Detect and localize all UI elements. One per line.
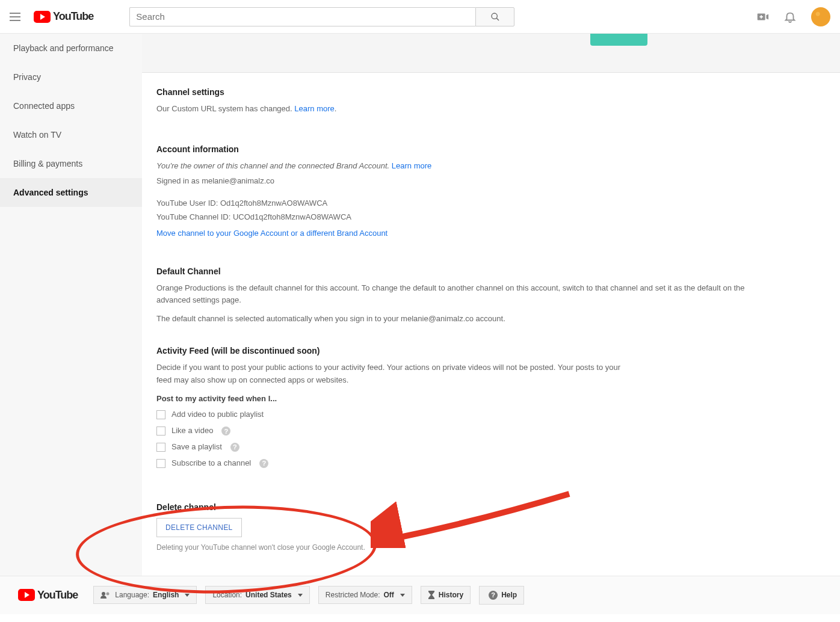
header-actions bbox=[756, 7, 830, 26]
default-channel-p1: Orange Productions is the default channe… bbox=[156, 282, 746, 307]
content: Channel settings Our Custom URL system h… bbox=[142, 34, 840, 576]
sidebar-item-label: Watch on TV bbox=[13, 130, 61, 140]
section-title-activity-feed: Activity Feed (will be discontinued soon… bbox=[156, 346, 826, 356]
help-icon[interactable]: ? bbox=[259, 459, 268, 468]
account-owner-text: You're the owner of this channel and the… bbox=[156, 160, 826, 173]
body: Playback and performance Privacy Connect… bbox=[0, 34, 840, 576]
section-title-delete-channel: Delete channel bbox=[156, 502, 826, 512]
help-icon[interactable]: ? bbox=[230, 443, 239, 452]
activity-feed-desc: Decide if you want to post your public a… bbox=[156, 362, 626, 387]
sidebar-item-advanced-settings[interactable]: Advanced settings bbox=[0, 178, 142, 207]
header: YouTube bbox=[0, 0, 840, 34]
checkbox-label: Add video to public playlist bbox=[171, 408, 264, 421]
logo-text: YouTube bbox=[37, 589, 78, 602]
default-channel-p2: The default channel is selected automati… bbox=[156, 313, 826, 325]
youtube-user-id: YouTube User ID: Od1q2ftoh8MznwAO8WAWCA bbox=[156, 199, 826, 208]
section-title-channel-settings: Channel settings bbox=[156, 87, 826, 97]
chevron-down-icon bbox=[185, 594, 190, 597]
search-icon bbox=[490, 12, 500, 22]
sidebar-item-label: Privacy bbox=[13, 72, 41, 82]
help-icon: ? bbox=[489, 591, 498, 600]
learn-more-link[interactable]: Learn more bbox=[294, 104, 334, 113]
logo-text: YouTube bbox=[53, 10, 93, 23]
play-icon bbox=[34, 11, 51, 23]
notifications-icon[interactable] bbox=[783, 10, 797, 23]
checkbox-like-video[interactable] bbox=[156, 426, 165, 436]
youtube-logo[interactable]: YouTube bbox=[34, 10, 93, 23]
post-to-feed-label: Post to my activity feed when I... bbox=[156, 393, 826, 405]
move-channel-link[interactable]: Move channel to your Google Account or a… bbox=[156, 229, 388, 238]
footer-youtube-logo[interactable]: YouTube bbox=[18, 589, 78, 602]
chevron-down-icon bbox=[298, 594, 303, 597]
svg-point-6 bbox=[107, 593, 110, 596]
channel-settings-desc: Our Custom URL system has changed. Learn… bbox=[156, 103, 826, 115]
svg-line-1 bbox=[496, 18, 499, 20]
sidebar-item-watch-tv[interactable]: Watch on TV bbox=[0, 120, 142, 149]
section-title-account-info: Account information bbox=[156, 144, 826, 154]
sidebar: Playback and performance Privacy Connect… bbox=[0, 34, 142, 576]
sidebar-item-label: Connected apps bbox=[13, 101, 75, 111]
hourglass-icon bbox=[428, 591, 435, 599]
upload-icon[interactable] bbox=[756, 10, 769, 23]
checkbox-add-video-playlist[interactable] bbox=[156, 410, 165, 419]
activity-option-row: Like a video ? bbox=[156, 425, 826, 437]
delete-channel-button[interactable]: DELETE CHANNEL bbox=[156, 518, 242, 537]
svg-point-5 bbox=[102, 592, 105, 596]
svg-rect-4 bbox=[759, 16, 763, 17]
chevron-down-icon bbox=[400, 594, 405, 597]
settings-panel: Channel settings Our Custom URL system h… bbox=[142, 72, 840, 576]
sidebar-item-connected-apps[interactable]: Connected apps bbox=[0, 91, 142, 120]
sidebar-item-label: Playback and performance bbox=[13, 43, 114, 53]
sidebar-item-playback[interactable]: Playback and performance bbox=[0, 34, 142, 63]
people-icon bbox=[100, 591, 111, 599]
search-bar bbox=[129, 7, 514, 26]
menu-icon[interactable] bbox=[10, 10, 24, 24]
signed-in-as: Signed in as melanie@animalz.co bbox=[156, 176, 826, 185]
sidebar-item-billing[interactable]: Billing & payments bbox=[0, 149, 142, 178]
sidebar-item-privacy[interactable]: Privacy bbox=[0, 63, 142, 91]
help-button[interactable]: ? Help bbox=[479, 586, 524, 605]
avatar[interactable] bbox=[811, 7, 830, 26]
search-button[interactable] bbox=[475, 7, 514, 26]
location-button[interactable]: Location: United States bbox=[205, 586, 309, 604]
search-input[interactable] bbox=[129, 7, 475, 26]
history-button[interactable]: History bbox=[421, 586, 471, 604]
checkbox-subscribe-channel[interactable] bbox=[156, 459, 165, 468]
checkbox-label: Like a video bbox=[171, 425, 213, 437]
restricted-mode-button[interactable]: Restricted Mode: Off bbox=[318, 586, 412, 604]
checkbox-save-playlist[interactable] bbox=[156, 443, 165, 452]
section-title-default-channel: Default Channel bbox=[156, 266, 826, 276]
language-button[interactable]: Language: English bbox=[93, 586, 197, 604]
activity-option-row: Subscribe to a channel ? bbox=[156, 457, 826, 470]
activity-option-row: Add video to public playlist bbox=[156, 408, 826, 421]
activity-option-row: Save a playlist ? bbox=[156, 441, 826, 454]
help-icon[interactable]: ? bbox=[221, 426, 230, 436]
play-icon bbox=[18, 589, 35, 601]
svg-point-0 bbox=[492, 13, 497, 19]
learn-more-link[interactable]: Learn more bbox=[392, 161, 431, 170]
footer: YouTube Language: English Location: Unit… bbox=[0, 576, 840, 614]
checkbox-label: Save a playlist bbox=[171, 441, 222, 454]
decoration bbox=[590, 34, 647, 46]
sidebar-item-label: Advanced settings bbox=[13, 188, 88, 197]
delete-channel-caption: Deleting your YouTube channel won't clos… bbox=[156, 543, 826, 552]
youtube-channel-id: YouTube Channel ID: UCOd1q2ftoh8MznwAO8W… bbox=[156, 212, 826, 221]
annotation-arrow bbox=[371, 488, 575, 548]
checkbox-label: Subscribe to a channel bbox=[171, 457, 251, 470]
sidebar-item-label: Billing & payments bbox=[13, 159, 82, 168]
